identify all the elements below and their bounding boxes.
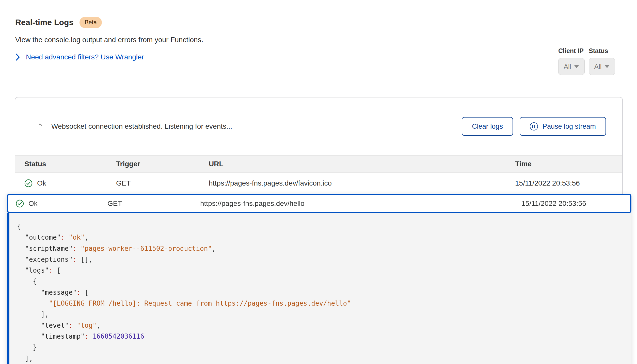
row-trigger: GET <box>107 179 200 187</box>
row-time: 15/11/2022 20:53:56 <box>514 200 630 208</box>
success-check-icon <box>16 200 24 208</box>
status-filter-value: All <box>594 63 602 71</box>
log-detail-json: { "outcome": "ok", "scriptName": "pages-… <box>7 213 631 364</box>
expanded-log-entry: Ok GET https://pages-fns.pages.dev/hello… <box>7 194 631 364</box>
table-row-selected[interactable]: Ok GET https://pages-fns.pages.dev/hello… <box>7 194 631 213</box>
clear-logs-label: Clear logs <box>472 123 503 130</box>
column-header-status: Status <box>15 160 107 168</box>
beta-badge: Beta <box>79 17 102 28</box>
row-time: 15/11/2022 20:53:56 <box>506 179 622 187</box>
page-header: Real-time Logs Beta View the console.log… <box>15 17 203 61</box>
row-url: https://pages-fns.pages.dev/favicon.ico <box>200 179 506 187</box>
row-trigger: GET <box>100 200 193 208</box>
wrangler-filters-link[interactable]: Need advanced filters? Use Wrangler <box>15 53 203 61</box>
row-url: https://pages-fns.pages.dev/hello <box>193 200 514 208</box>
chevron-down-icon <box>574 65 579 68</box>
status-filter-select[interactable]: All <box>589 58 615 75</box>
column-header-trigger: Trigger <box>107 160 200 168</box>
success-check-icon <box>24 179 33 187</box>
row-status: Ok <box>28 200 38 208</box>
wrangler-link-label: Need advanced filters? Use Wrangler <box>26 53 144 61</box>
column-header-time: Time <box>506 160 622 168</box>
status-filter-label: Status <box>589 47 615 55</box>
log-toolbar: Websocket connection established. Listen… <box>15 97 622 155</box>
websocket-status: Websocket connection established. Listen… <box>37 122 232 130</box>
chevron-down-icon <box>604 65 610 68</box>
clear-logs-button[interactable]: Clear logs <box>462 117 513 136</box>
websocket-status-text: Websocket connection established. Listen… <box>51 122 232 130</box>
client-ip-filter-select[interactable]: All <box>558 58 585 75</box>
table-header: Status Trigger URL Time <box>15 155 622 173</box>
row-status: Ok <box>37 179 46 187</box>
client-ip-filter-value: All <box>564 63 571 71</box>
log-filters: Client IP All Status All <box>558 47 615 75</box>
pause-log-stream-button[interactable]: Pause log stream <box>520 117 606 136</box>
column-header-url: URL <box>200 160 506 168</box>
pause-icon <box>530 122 538 130</box>
pause-log-stream-label: Pause log stream <box>543 123 596 130</box>
spinner-icon <box>36 123 43 130</box>
table-row[interactable]: Ok GET https://pages-fns.pages.dev/favic… <box>15 173 622 194</box>
page-subtitle: View the console.log output and errors f… <box>15 36 203 44</box>
page-title: Real-time Logs <box>15 18 73 27</box>
client-ip-filter-label: Client IP <box>558 47 585 55</box>
chevron-right-icon <box>15 54 20 61</box>
